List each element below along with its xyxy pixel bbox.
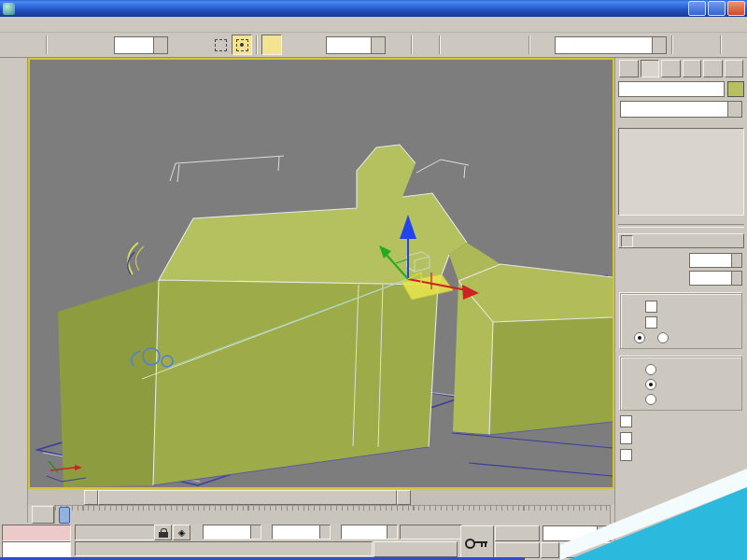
toolbar-separator xyxy=(671,35,673,54)
time-slider-row xyxy=(28,489,614,506)
nurbs-radio[interactable] xyxy=(645,394,738,405)
mini-curve-editor-button[interactable] xyxy=(32,506,54,524)
set-keys-button[interactable] xyxy=(460,525,494,558)
select-and-scale-icon[interactable] xyxy=(304,35,323,54)
close-button[interactable] xyxy=(727,1,745,16)
mesh-radio[interactable] xyxy=(645,379,738,390)
next-frame-button[interactable] xyxy=(397,490,411,505)
minimize-button[interactable] xyxy=(688,1,706,16)
tab-motion[interactable] xyxy=(683,60,702,77)
track-bar-ruler[interactable] xyxy=(54,505,611,525)
redo-icon[interactable] xyxy=(23,35,42,54)
prompt-line xyxy=(75,541,373,556)
bind-to-space-warp-icon[interactable] xyxy=(92,35,111,54)
3dsmax-window: ◈ xyxy=(0,0,747,560)
named-selection-sets-icon[interactable] xyxy=(534,35,553,54)
spinner-snap-toggle-icon[interactable] xyxy=(506,35,525,54)
title-bar[interactable] xyxy=(0,0,747,17)
undo-icon[interactable] xyxy=(3,35,21,54)
cap-start-checkbox[interactable] xyxy=(645,301,738,313)
tab-modify[interactable] xyxy=(641,60,660,77)
dropdown-arrow-icon[interactable] xyxy=(371,37,385,53)
extra-checkbox-1[interactable] xyxy=(620,415,744,427)
percent-snap-toggle-icon[interactable] xyxy=(486,35,504,54)
align-icon[interactable] xyxy=(698,35,716,54)
watermark xyxy=(560,467,747,560)
y-spinner[interactable] xyxy=(319,525,330,539)
use-pivot-point-center-icon[interactable] xyxy=(388,35,407,54)
select-by-name-icon[interactable] xyxy=(190,35,209,54)
output-group xyxy=(620,357,742,411)
command-panel-tabs xyxy=(618,60,744,77)
lock-icon xyxy=(159,528,168,538)
extra-checkbox-2[interactable] xyxy=(620,432,744,444)
3d-scene[interactable] xyxy=(30,60,613,487)
reference-coordinate-dropdown[interactable] xyxy=(326,36,386,54)
time-slider[interactable] xyxy=(84,490,411,503)
tab-utilities[interactable] xyxy=(725,60,744,77)
x-coordinate-field[interactable] xyxy=(203,525,261,539)
z-coordinate-field[interactable] xyxy=(341,525,398,539)
track-bar[interactable] xyxy=(28,505,614,524)
auto-key-button[interactable] xyxy=(495,525,540,541)
modifier-stack[interactable] xyxy=(618,128,744,216)
patch-radio[interactable] xyxy=(645,364,738,375)
grid-size-display xyxy=(400,525,462,539)
morph-radio[interactable] xyxy=(634,332,650,343)
layer-manager-icon[interactable] xyxy=(726,35,744,54)
select-and-move-icon[interactable] xyxy=(261,35,282,55)
grid-radio[interactable] xyxy=(657,332,673,343)
unlink-selection-icon[interactable] xyxy=(72,35,91,54)
object-color-swatch[interactable] xyxy=(727,81,744,97)
set-key-button[interactable] xyxy=(495,542,540,558)
menu-bar xyxy=(0,17,747,33)
tab-display[interactable] xyxy=(703,60,723,77)
select-and-rotate-icon[interactable] xyxy=(284,35,303,54)
selection-lock-toggle[interactable] xyxy=(154,525,172,540)
collapse-icon[interactable] xyxy=(621,235,633,247)
selection-filter-dropdown[interactable] xyxy=(114,36,168,54)
y-coordinate-field[interactable] xyxy=(272,525,331,539)
dropdown-arrow-icon[interactable] xyxy=(153,37,167,53)
mirror-icon[interactable] xyxy=(677,35,696,54)
dropdown-arrow-icon[interactable] xyxy=(652,37,666,53)
extra-checkbox-3[interactable] xyxy=(620,449,744,461)
segments-spinner[interactable] xyxy=(731,272,741,285)
absolute-mode-toggle[interactable]: ◈ xyxy=(173,525,190,540)
snap-toggle-icon[interactable] xyxy=(444,35,463,54)
modifier-list-dropdown[interactable] xyxy=(620,101,742,118)
dropdown-arrow-icon[interactable] xyxy=(727,102,741,117)
segments-field[interactable] xyxy=(689,271,742,286)
angle-snap-toggle-icon[interactable] xyxy=(465,35,484,54)
named-selection-dropdown[interactable] xyxy=(555,36,667,54)
app-icon xyxy=(3,3,15,15)
select-object-icon[interactable] xyxy=(171,35,190,54)
toolbar-separator xyxy=(529,35,530,54)
key-curve-toggle[interactable] xyxy=(541,542,559,558)
select-and-manipulate-icon[interactable] xyxy=(416,35,435,54)
x-spinner[interactable] xyxy=(250,525,261,539)
previous-frame-button[interactable] xyxy=(84,490,98,505)
tab-hierarchy[interactable] xyxy=(661,60,681,77)
cap-end-checkbox[interactable] xyxy=(645,316,738,329)
select-and-link-icon[interactable] xyxy=(51,35,70,54)
amount-spinner[interactable] xyxy=(731,254,741,267)
amount-field[interactable] xyxy=(689,253,742,268)
current-frame-marker[interactable] xyxy=(59,507,70,524)
capping-group xyxy=(620,293,742,349)
parameters-rollout-header[interactable] xyxy=(618,233,744,248)
time-slider-handle[interactable] xyxy=(98,490,397,505)
maxscript-mini-listener-pink[interactable] xyxy=(2,525,71,541)
rectangular-selection-region-icon[interactable] xyxy=(211,35,230,54)
toolbar-separator xyxy=(256,35,258,54)
tab-create[interactable] xyxy=(619,60,639,77)
viewport-perspective[interactable] xyxy=(28,58,614,489)
window-crossing-toggle-icon[interactable] xyxy=(232,35,252,55)
selection-status xyxy=(75,525,156,540)
add-time-tag-button[interactable] xyxy=(374,541,458,557)
z-spinner[interactable] xyxy=(387,525,397,539)
object-name-field[interactable] xyxy=(618,81,725,97)
restore-button[interactable] xyxy=(708,1,726,16)
toolbar-separator xyxy=(720,35,722,54)
maxscript-mini-listener-white[interactable] xyxy=(2,541,71,558)
